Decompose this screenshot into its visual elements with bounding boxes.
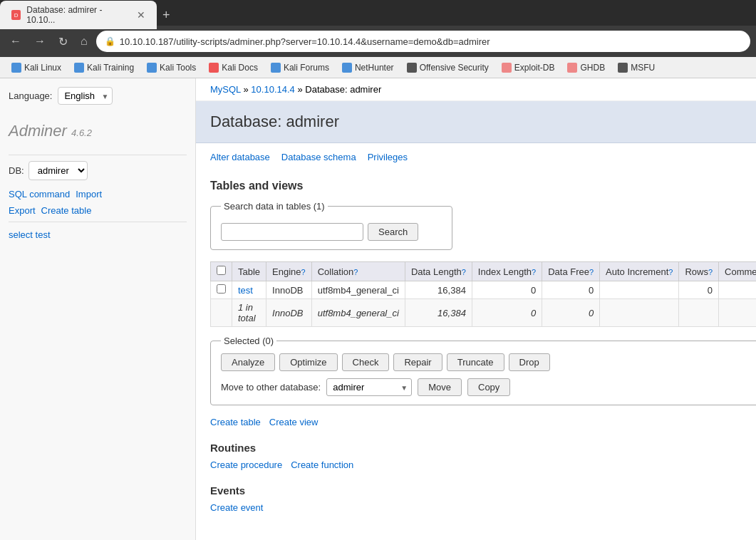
create-procedure-link[interactable]: Create procedure <box>210 459 282 470</box>
create-function-link[interactable]: Create function <box>291 459 353 470</box>
select-all-checkbox[interactable] <box>217 266 226 275</box>
routines-title: Routines <box>210 442 756 454</box>
bookmark-item-7[interactable]: Exploit-DB <box>496 61 561 75</box>
bookmark-label-0: Kali Linux <box>24 63 61 73</box>
bottom-links: Create table Create view <box>210 417 756 427</box>
move-db-select[interactable]: admirer <box>326 378 412 396</box>
db-select[interactable]: admirer <box>29 161 88 180</box>
forward-button[interactable]: → <box>30 32 50 51</box>
create-table-sidebar-link[interactable]: Create table <box>41 205 92 216</box>
language-select[interactable]: English <box>58 87 113 105</box>
th-data-free-help[interactable]: ? <box>589 268 594 276</box>
search-legend: Search data in tables (1) <box>221 201 328 212</box>
sidebar: Language: English Adminer 4.6.2 DB: admi… <box>0 78 196 540</box>
back-button[interactable]: ← <box>6 32 26 51</box>
search-button[interactable]: Search <box>368 223 418 241</box>
bookmark-item-1[interactable]: Kali Training <box>68 61 140 75</box>
total-engine: InnoDB <box>266 299 312 327</box>
total-empty <box>211 299 232 327</box>
nav-bar: ← → ↻ ⌂ 🔒 <box>0 26 756 57</box>
tab-privileges[interactable]: Privileges <box>368 152 408 168</box>
search-input[interactable] <box>221 223 363 241</box>
row-name-link-0[interactable]: test <box>238 285 253 296</box>
language-label: Language: <box>9 90 52 101</box>
bookmarks-bar: Kali LinuxKali TrainingKali ToolsKali Do… <box>0 57 756 78</box>
row-checkbox-0[interactable] <box>217 284 226 294</box>
row-auto-increment-0 <box>600 281 679 299</box>
create-event-link[interactable]: Create event <box>210 502 263 513</box>
repair-button[interactable]: Repair <box>393 353 442 371</box>
move-select-wrapper: admirer <box>326 378 412 396</box>
th-rows-help[interactable]: ? <box>708 268 713 276</box>
th-collation-help[interactable]: ? <box>353 268 358 276</box>
close-tab-button[interactable]: ✕ <box>137 10 145 20</box>
bookmark-item-5[interactable]: NetHunter <box>336 61 400 75</box>
row-collation-0: utf8mb4_general_ci <box>311 281 405 299</box>
th-engine-help[interactable]: ? <box>301 268 306 276</box>
th-engine: Engine? <box>266 262 312 281</box>
row-checkbox-cell <box>211 281 232 299</box>
th-comment: Comment? <box>719 262 756 281</box>
bookmark-item-3[interactable]: Kali Docs <box>203 61 264 75</box>
total-data-length: 16,384 <box>405 299 472 327</box>
bookmark-item-9[interactable]: MSFU <box>612 61 661 75</box>
total-index-length: 0 <box>472 299 542 327</box>
bookmark-label-5: NetHunter <box>355 63 394 73</box>
bookmark-item-0[interactable]: Kali Linux <box>6 61 67 75</box>
bookmark-icon-2 <box>147 63 157 73</box>
th-checkbox <box>211 262 232 281</box>
address-bar: 🔒 <box>96 31 750 52</box>
bookmark-icon-0 <box>11 63 21 73</box>
sql-command-link[interactable]: SQL command <box>9 189 70 199</box>
row-index-length-0: 0 <box>472 281 542 299</box>
move-label: Move to other database: <box>221 382 321 393</box>
events-links: Create event <box>210 502 756 513</box>
import-link[interactable]: Import <box>76 189 102 199</box>
drop-button[interactable]: Drop <box>509 353 550 371</box>
bookmark-item-2[interactable]: Kali Tools <box>141 61 202 75</box>
sidebar-logo: Adminer 4.6.2 <box>9 116 187 146</box>
tab-alter-database[interactable]: Alter database <box>210 152 270 168</box>
tab-bar: D Database: admirer - 10.10... ✕ + <box>0 0 756 26</box>
breadcrumb-ip[interactable]: 10.10.14.4 <box>251 84 294 95</box>
check-button[interactable]: Check <box>342 353 390 371</box>
main-content: MySQL » 10.10.14.4 » Database: admirer D… <box>196 78 756 540</box>
reload-button[interactable]: ↻ <box>54 32 72 51</box>
bookmark-icon-3 <box>209 63 219 73</box>
sidebar-links: SQL command Import <box>9 189 187 199</box>
truncate-button[interactable]: Truncate <box>447 353 504 371</box>
create-table-bottom-link[interactable]: Create table <box>210 417 261 427</box>
move-button[interactable]: Move <box>418 378 462 396</box>
export-link[interactable]: Export <box>9 205 36 216</box>
bookmark-item-6[interactable]: Offensive Security <box>401 61 494 75</box>
total-comment <box>719 299 756 327</box>
active-tab[interactable]: D Database: admirer - 10.10... ✕ <box>0 1 157 29</box>
tab-database-schema[interactable]: Database schema <box>281 152 356 168</box>
create-view-link[interactable]: Create view <box>269 417 319 427</box>
bookmark-item-4[interactable]: Kali Forums <box>265 61 335 75</box>
optimize-button[interactable]: Optimize <box>279 353 337 371</box>
events-title: Events <box>210 484 756 497</box>
app-version: 4.6.2 <box>71 128 92 138</box>
th-data-length-help[interactable]: ? <box>462 268 466 276</box>
th-index-length-help[interactable]: ? <box>532 268 536 276</box>
db-row: DB: admirer <box>9 161 187 180</box>
th-auto-increment-help[interactable]: ? <box>668 268 673 276</box>
lock-icon: 🔒 <box>105 36 115 46</box>
language-selector-wrapper: English <box>58 87 113 105</box>
routines-section: Routines Create procedure Create functio… <box>210 442 756 470</box>
bookmark-item-8[interactable]: GHDB <box>561 61 611 75</box>
analyze-button[interactable]: Analyze <box>221 353 275 371</box>
db-label: DB: <box>9 165 24 176</box>
table-header-row: Table Engine? Collation? Data Length? In… <box>211 262 757 281</box>
select-test-link[interactable]: select test <box>9 228 187 242</box>
breadcrumb-mysql[interactable]: MySQL <box>210 84 241 95</box>
total-label: 1 in total <box>232 299 266 327</box>
total-auto-increment <box>600 299 679 327</box>
home-button[interactable]: ⌂ <box>76 32 92 51</box>
copy-button[interactable]: Copy <box>467 378 510 396</box>
new-tab-button[interactable]: + <box>157 5 176 26</box>
url-input[interactable] <box>120 36 742 47</box>
th-data-free: Data Free? <box>542 262 600 281</box>
bookmark-label-1: Kali Training <box>87 63 134 73</box>
